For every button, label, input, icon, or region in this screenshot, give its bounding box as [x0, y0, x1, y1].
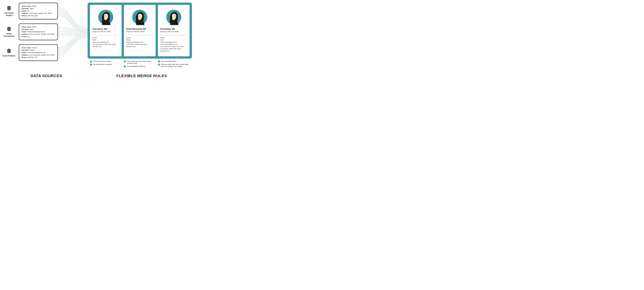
- profile-card-operations: Operations 360 Amperity ID #Ab12Cd-34eIj…: [90, 5, 122, 56]
- profile-field: Adams: [126, 39, 153, 41]
- field-value: Kristen: [32, 5, 37, 7]
- data-source-row: Call Center Support Given name: Kristen …: [1, 2, 58, 19]
- source-label: Call Center Support: [1, 12, 17, 16]
- profile-field: 1220 Puget, Seattle, WA, 98107: [126, 43, 153, 45]
- section-title-data-sources: DATA SOURCES: [1, 74, 92, 78]
- amperity-id: Amperity ID #Ab12Cd-34eIjKl: [160, 31, 187, 33]
- source-icon-column: Call Center Support: [1, 5, 17, 16]
- rule-item: ✓ Use values from your email service pro…: [124, 60, 156, 64]
- rules-column: ✓ Use values from your email service pro…: [124, 60, 156, 69]
- field-value: Adams: [29, 49, 34, 51]
- rule-item: ✓ Use probabilistic matching: [124, 65, 156, 67]
- footer-titles: DATA SOURCES FLEXIBLE MERGE RULES: [1, 74, 192, 78]
- rule-text: Use most common values: [93, 60, 122, 62]
- divider-dashed: ----------------------------------------…: [160, 34, 187, 36]
- source-label: Online Transactions: [1, 33, 17, 37]
- rules-column: ✓ Use all possible values ✓ Increase mat…: [158, 60, 190, 69]
- data-source-row: Email Platform Given name: Kristen Surna…: [1, 44, 58, 61]
- divider-dashed: ----------------------------------------…: [92, 34, 119, 36]
- field-value: 123 1st Avenue, Seattle, WA, 98101: [29, 54, 55, 56]
- check-icon: ✓: [90, 60, 92, 62]
- field-label: Address:: [22, 54, 28, 56]
- rule-text: Use all possible values: [161, 60, 190, 62]
- profile-field: Kristen: [92, 37, 119, 39]
- rule-text: Use deterministic matching: [93, 63, 122, 66]
- database-icon: [6, 48, 12, 54]
- field-value: 123 1st Avenue, Seattle, WA, 98101: [29, 33, 55, 35]
- database-icon: [6, 5, 12, 11]
- profile-field: kristen.taylor@gmail.com: [92, 41, 119, 43]
- rule-item: ✓ Use most common values: [90, 60, 122, 62]
- field-label: Surname:: [22, 8, 29, 9]
- data-sources-column: Call Center Support Given name: Kristen …: [1, 2, 58, 61]
- profile-title: Email Marketing 360: [126, 27, 153, 31]
- field-value: n/a: [27, 10, 29, 12]
- database-icon: [6, 26, 12, 32]
- source-label: Email Platform: [3, 55, 15, 57]
- rule-text: Use probabilistic matching: [127, 65, 156, 67]
- profile-field: Kristen: [126, 37, 153, 39]
- check-icon: ✓: [90, 63, 92, 66]
- check-icon: ✓: [158, 63, 160, 66]
- rule-item: ✓ Use deterministic matching: [90, 63, 122, 66]
- profile-fields: Kristen Adams kristenadams@gmail.com 122…: [126, 37, 153, 48]
- field-value: 206-555-1234: [28, 15, 38, 17]
- profile-fields: Kristen Taylor kristen.taylor@gmail.com …: [160, 37, 187, 52]
- field-label: Phone:: [22, 15, 27, 17]
- field-label: Email:: [22, 10, 26, 12]
- profile-field: 1220 Puget, Seattle, WA, 98107: [160, 48, 187, 50]
- field-value: kristenadams@gmail.com: [27, 52, 46, 53]
- merge-rules-row: ✓ Use most common values ✓ Use determini…: [88, 60, 192, 69]
- field-label: Address:: [22, 33, 28, 35]
- field-value: Kristen: [32, 47, 37, 49]
- data-source-row: Online Transactions Given name: Kristen …: [1, 23, 58, 40]
- profile-title: Paid Media 360: [160, 27, 187, 31]
- amperity-id: Amperity ID #Ab12Cd-34eIjKl: [92, 31, 119, 33]
- rule-text: Increase match rates across paid media, …: [161, 63, 190, 67]
- source-icon-column: Email Platform: [1, 48, 17, 57]
- check-icon: ✓: [124, 60, 126, 62]
- profile-field: Kristen: [160, 37, 187, 39]
- check-icon: ✓: [158, 60, 160, 62]
- source-icon-column: Online Transactions: [1, 26, 17, 37]
- source-card: Given name: Kristen Surname: Adams Email…: [19, 44, 58, 61]
- source-card: Given name: Kristen Surname: Taylor Emai…: [19, 23, 58, 40]
- amperity-id: Amperity ID #Ab12Cd-34eIjKl: [126, 31, 153, 33]
- field-label: Phone:: [22, 57, 27, 58]
- section-title-merge-rules: FLEXIBLE MERGE RULES: [92, 74, 192, 78]
- profile-field: 123 1st Avenue, Seattle, WA, 98101: [92, 43, 119, 45]
- profile-field: kristen.taylor@gmail.com: [160, 41, 187, 43]
- flow-lines: [58, 2, 88, 63]
- rule-item: ✓ Increase match rates across paid media…: [158, 63, 190, 67]
- field-label: Given name:: [22, 26, 31, 28]
- check-icon: ✓: [124, 65, 126, 67]
- field-label: Given name:: [22, 47, 31, 49]
- profile-title: Operations 360: [92, 27, 119, 31]
- field-label: Surname:: [22, 49, 29, 51]
- merge-rules-column: Operations 360 Amperity ID #Ab12Cd-34eIj…: [88, 2, 192, 69]
- profile-fields: Kristen Taylor kristen.taylor@gmail.com …: [92, 37, 119, 48]
- profile-field: 206-555-1234: [160, 50, 187, 52]
- field-value: 1220 Puget, Seattle, WA, 98107: [29, 12, 52, 14]
- profile-field: 206-555-1234: [126, 45, 153, 48]
- rules-column: ✓ Use most common values ✓ Use determini…: [90, 60, 122, 69]
- field-value: kristenadams@gmail.com: [27, 31, 46, 33]
- diagram-root: Call Center Support Given name: Kristen …: [1, 2, 192, 69]
- field-value: 206-555-1234: [28, 57, 38, 58]
- field-value: Taylor: [30, 8, 34, 9]
- field-label: Given name:: [22, 5, 31, 7]
- divider-dashed: ----------------------------------------…: [126, 34, 153, 36]
- merge-profiles-container: Operations 360 Amperity ID #Ab12Cd-34eIj…: [88, 2, 192, 59]
- profile-field: 123 1st Avenue, Seattle, WA, 98101: [160, 45, 187, 48]
- profile-field: 206-555-1234: [92, 45, 119, 48]
- field-label: Email:: [22, 52, 26, 53]
- rule-item: ✓ Use all possible values: [158, 60, 190, 62]
- field-label: Surname:: [22, 28, 29, 30]
- field-value: Taylor: [30, 28, 34, 30]
- avatar-icon: [160, 7, 187, 26]
- field-value: n/a: [28, 36, 30, 37]
- profile-field: kristenadams@gmail.com: [126, 41, 153, 43]
- avatar-icon: [92, 7, 119, 26]
- field-label: Phone:: [22, 36, 27, 37]
- field-label: Address:: [22, 12, 28, 14]
